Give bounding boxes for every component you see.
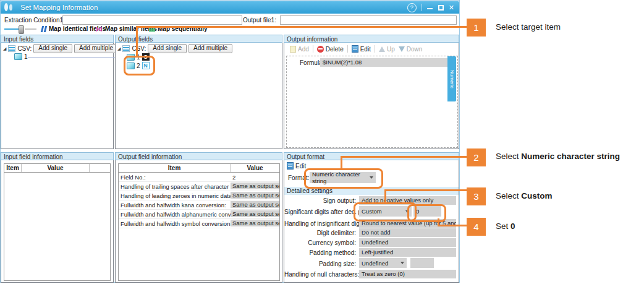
numeric-operations-tab[interactable]: Numeric operations1 <box>447 56 456 101</box>
csv-file-icon <box>122 45 130 52</box>
output-add-multiple-button[interactable]: Add multiple <box>189 44 232 53</box>
toolbar-separator <box>347 45 348 53</box>
output-file-label: Output file1: <box>243 17 276 24</box>
tree-expander-icon[interactable]: ◢ <box>3 46 6 51</box>
input-csv-root-row[interactable]: ◢ CSV: Add single Add multiple <box>3 44 118 53</box>
input-add-single-button[interactable]: Add single <box>33 44 72 53</box>
maximize-icon[interactable] <box>438 5 444 11</box>
extraction-condition-label: Extraction Condition1: <box>4 17 65 24</box>
table-row[interactable]: Fullwidth and halfwidth kana conversion:… <box>119 200 279 210</box>
input-csv-root-label: CSV: <box>17 45 32 52</box>
app-icon <box>4 3 17 12</box>
column-header-value[interactable]: Value <box>22 164 90 172</box>
row-item: Handling of trailing spaces after charac… <box>119 183 231 190</box>
input-field-info-table-header: Item Value <box>4 164 110 173</box>
edit-icon <box>352 45 358 53</box>
map-identical-icon <box>41 26 46 32</box>
table-row[interactable]: Handling of leading zeroes in numeric da… <box>119 191 279 200</box>
input-field-item-1[interactable]: 1 <box>14 53 28 60</box>
digit-delimiter-value[interactable]: Do not add <box>359 228 456 237</box>
column-header-spare <box>90 164 110 172</box>
up-button[interactable]: Up <box>379 46 395 53</box>
annotation-text-1: Select target item <box>496 22 561 32</box>
window-title: Set Mapping Information <box>20 4 98 11</box>
highlight-format-dropdown <box>304 168 383 189</box>
row-value-dropdown[interactable]: Same as output settings <box>231 210 279 217</box>
column-header-item[interactable]: Item <box>119 164 231 172</box>
add-button-label: Add <box>298 46 309 53</box>
padding-size-label: Padding size: <box>284 260 356 267</box>
close-icon[interactable]: ✕ <box>449 4 454 11</box>
formula-value[interactable]: $INUM(2)*1.08 <box>320 58 447 67</box>
screenshot-stage: Set Mapping Information ? ✕ Extraction C… <box>0 0 644 284</box>
null-characters-label: Handling of null characters: <box>284 271 356 278</box>
annotation-text-3: Select Custom <box>496 191 553 200</box>
chevron-down-icon <box>400 262 404 264</box>
output-file-input[interactable] <box>280 15 457 25</box>
null-characters-value[interactable]: Treat as zero (0) <box>359 270 456 278</box>
format-edit-label: Edit <box>295 163 306 170</box>
row-value-dropdown[interactable]: Same as output settings <box>231 183 279 189</box>
titlebar-separator <box>422 4 422 11</box>
down-arrow-icon <box>399 46 405 52</box>
input-field-item-label: 1 <box>24 53 28 60</box>
help-icon[interactable]: ? <box>407 3 417 12</box>
row-item: Fullwidth and halfwidth alphanumeric con… <box>119 211 231 218</box>
row-value-dropdown[interactable]: Same as output settings <box>231 220 279 226</box>
padding-method-label: Padding method: <box>284 249 356 256</box>
significant-digits-label: Significant digits after dec. pt.: <box>284 209 356 215</box>
output-csv-root-row[interactable]: ◢ CSV: Add single Add multiple <box>117 44 232 53</box>
set-mapping-window: Set Mapping Information ? ✕ Extraction C… <box>0 0 460 283</box>
format-edit-button[interactable]: Edit <box>287 162 306 170</box>
delete-icon <box>317 46 324 53</box>
minimize-icon[interactable] <box>427 4 433 11</box>
formula-area <box>286 56 458 148</box>
input-field-info-header: Input field information <box>1 152 114 160</box>
padding-size-dropdown-value: Undefined <box>362 260 388 267</box>
table-row[interactable]: Handling of trailing spaces after charac… <box>119 182 279 191</box>
edit-icon <box>287 162 294 170</box>
table-row[interactable]: Fullwidth and halfwidth symbol conversio… <box>119 219 279 228</box>
tree-expander-icon[interactable]: ◢ <box>117 46 121 51</box>
column-header-item[interactable]: Item <box>4 164 22 172</box>
row-value-dropdown[interactable]: Same as output settings <box>231 192 279 199</box>
annotation-number-4: 4 <box>467 218 486 236</box>
input-fields-panel-header: Input fields <box>1 35 114 43</box>
padding-size-dropdown[interactable]: Undefined <box>359 258 407 268</box>
output-field-info-table: Item Value Field No.: 2 Handling of trai… <box>118 163 280 281</box>
annotation-number-2: 2 <box>467 148 486 166</box>
delete-button-label: Delete <box>326 46 344 53</box>
down-button[interactable]: Down <box>399 46 423 53</box>
column-header-value[interactable]: Value <box>231 164 279 172</box>
extraction-condition-input[interactable] <box>62 15 242 25</box>
field-cube-icon <box>14 53 22 60</box>
table-row[interactable]: Field No.: 2 <box>119 173 279 182</box>
zoom-slider-track-left <box>4 28 19 30</box>
row-item: Fullwidth and halfwidth symbol conversio… <box>119 220 231 227</box>
callout-line-2 <box>341 156 467 158</box>
toolbar-separator <box>375 45 375 53</box>
currency-symbol-value[interactable]: Undefined <box>359 238 456 247</box>
callout-line-3 <box>384 189 467 191</box>
callout-line-1 <box>136 26 467 28</box>
callout-line-2 <box>341 156 342 170</box>
digit-delimiter-label: Digit delimiter: <box>284 230 356 236</box>
table-row[interactable]: Fullwidth and halfwidth alphanumeric con… <box>119 210 279 219</box>
mapping-connector-line <box>28 57 127 58</box>
edit-button[interactable]: Edit <box>352 45 371 53</box>
row-value-dropdown[interactable]: Same as output settings <box>231 201 279 208</box>
currency-symbol-label: Currency symbol: <box>284 239 356 246</box>
callout-line-1 <box>136 26 138 56</box>
add-button[interactable]: Add <box>290 46 309 53</box>
up-button-label: Up <box>387 46 395 53</box>
input-add-multiple-button[interactable]: Add multiple <box>74 44 118 53</box>
row-item: Handling of leading zeroes in numeric da… <box>119 192 231 199</box>
delete-button[interactable]: Delete <box>317 46 344 53</box>
input-field-info-table: Item Value <box>4 163 111 281</box>
output-fields-panel-header: Output fields <box>115 35 282 43</box>
zoom-slider-thumb[interactable] <box>19 25 24 34</box>
output-add-single-button[interactable]: Add single <box>148 44 187 53</box>
padding-size-input[interactable] <box>410 258 434 268</box>
output-field-info-table-header: Item Value <box>119 164 279 173</box>
padding-method-value[interactable]: Left-justified <box>359 248 456 257</box>
